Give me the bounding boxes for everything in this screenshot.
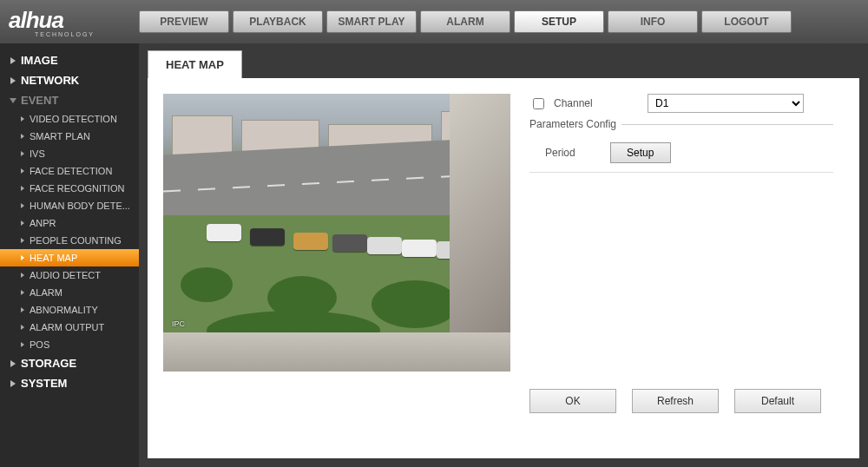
- sidebar-group-system[interactable]: SYSTEM: [0, 373, 139, 393]
- chevron-right-icon: [21, 220, 24, 226]
- default-button[interactable]: Default: [734, 389, 821, 413]
- channel-select[interactable]: D1: [648, 94, 804, 113]
- channel-enable-checkbox[interactable]: [533, 98, 544, 109]
- ok-button[interactable]: OK: [529, 389, 616, 413]
- sidebar-item-abnormality[interactable]: ABNORMALITY: [0, 301, 139, 319]
- sidebar-item-alarm[interactable]: ALARM: [0, 284, 139, 301]
- content-area: HEAT MAP: [139, 43, 868, 467]
- sidebar-item-ivs[interactable]: IVS: [0, 145, 139, 162]
- action-buttons: OK Refresh Default: [529, 389, 821, 413]
- sidebar-item-audio-detect[interactable]: AUDIO DETECT: [0, 266, 139, 284]
- parameters-config-legend: Parameters Config: [529, 118, 621, 130]
- sidebar-item-heat-map[interactable]: HEAT MAP: [0, 249, 139, 266]
- refresh-button[interactable]: Refresh: [632, 389, 719, 413]
- sidebar-item-human-body[interactable]: HUMAN BODY DETE...: [0, 197, 139, 214]
- tab-setup[interactable]: SETUP: [514, 10, 604, 33]
- sidebar-item-video-detection[interactable]: VIDEO DETECTION: [0, 110, 139, 128]
- sidebar-group-event[interactable]: EVENT: [0, 90, 139, 110]
- chevron-right-icon: [21, 168, 24, 174]
- sidebar-item-face-detection[interactable]: FACE DETECTION: [0, 162, 139, 180]
- sidebar-group-image[interactable]: IMAGE: [0, 50, 139, 70]
- top-bar: alhua TECHNOLOGY PREVIEW PLAYBACK SMART …: [0, 0, 868, 43]
- period-row: Period Setup: [529, 137, 833, 173]
- chevron-right-icon: [21, 238, 24, 243]
- chevron-right-icon: [21, 116, 24, 122]
- chevron-right-icon: [21, 134, 24, 139]
- channel-label: Channel: [554, 97, 641, 109]
- sidebar-item-pos[interactable]: POS: [0, 336, 139, 353]
- tab-playback[interactable]: PLAYBACK: [233, 10, 323, 33]
- sidebar-item-face-recognition[interactable]: FACE RECOGNITION: [0, 180, 139, 197]
- sidebar-item-alarm-output[interactable]: ALARM OUTPUT: [0, 319, 139, 336]
- sidebar-item-anpr[interactable]: ANPR: [0, 214, 139, 232]
- sidebar-group-storage[interactable]: STORAGE: [0, 353, 139, 373]
- chevron-right-icon: [21, 273, 24, 278]
- brand-name: alhua: [9, 7, 95, 34]
- content-panel: IPC Channel D1 Parameters Config Period …: [148, 78, 859, 458]
- sidebar-item-smart-plan[interactable]: SMART PLAN: [0, 128, 139, 145]
- chevron-right-icon: [21, 325, 24, 330]
- content-tab-heatmap[interactable]: HEAT MAP: [148, 50, 242, 79]
- chevron-right-icon: [21, 186, 24, 191]
- video-preview[interactable]: IPC: [163, 94, 510, 372]
- chevron-right-icon: [21, 151, 24, 156]
- tab-smartplay[interactable]: SMART PLAY: [326, 10, 417, 33]
- tab-alarm[interactable]: ALARM: [420, 10, 510, 33]
- chevron-right-icon: [21, 203, 24, 208]
- brand-logo: alhua TECHNOLOGY: [9, 7, 130, 37]
- period-label: Period: [545, 147, 575, 159]
- config-panel: Channel D1 Parameters Config Period Setu…: [529, 94, 833, 174]
- tab-info[interactable]: INFO: [608, 10, 698, 33]
- sidebar: IMAGE NETWORK EVENT VIDEO DETECTION SMAR…: [0, 43, 139, 467]
- scene-wall: [163, 332, 510, 372]
- overlay-ipc-label: IPC: [172, 319, 185, 328]
- chevron-right-icon: [10, 77, 16, 84]
- chevron-down-icon: [10, 98, 16, 103]
- chevron-right-icon: [10, 380, 16, 387]
- parameters-config-fieldset: Parameters Config Period Setup: [529, 118, 833, 173]
- tab-preview[interactable]: PREVIEW: [139, 10, 229, 33]
- tab-logout[interactable]: LOGOUT: [701, 10, 792, 33]
- chevron-right-icon: [21, 255, 24, 260]
- main-tabs: PREVIEW PLAYBACK SMART PLAY ALARM SETUP …: [139, 10, 792, 33]
- chevron-right-icon: [21, 307, 24, 312]
- sidebar-item-people-counting[interactable]: PEOPLE COUNTING: [0, 232, 139, 249]
- channel-row: Channel D1: [529, 94, 833, 113]
- brand-sub: TECHNOLOGY: [35, 31, 95, 37]
- period-setup-button[interactable]: Setup: [610, 142, 671, 163]
- chevron-right-icon: [10, 57, 16, 64]
- chevron-right-icon: [21, 342, 24, 347]
- main-area: IMAGE NETWORK EVENT VIDEO DETECTION SMAR…: [0, 43, 868, 467]
- chevron-right-icon: [21, 290, 24, 295]
- scene-building-corner: [450, 94, 510, 372]
- chevron-right-icon: [10, 360, 16, 367]
- sidebar-group-network[interactable]: NETWORK: [0, 70, 139, 90]
